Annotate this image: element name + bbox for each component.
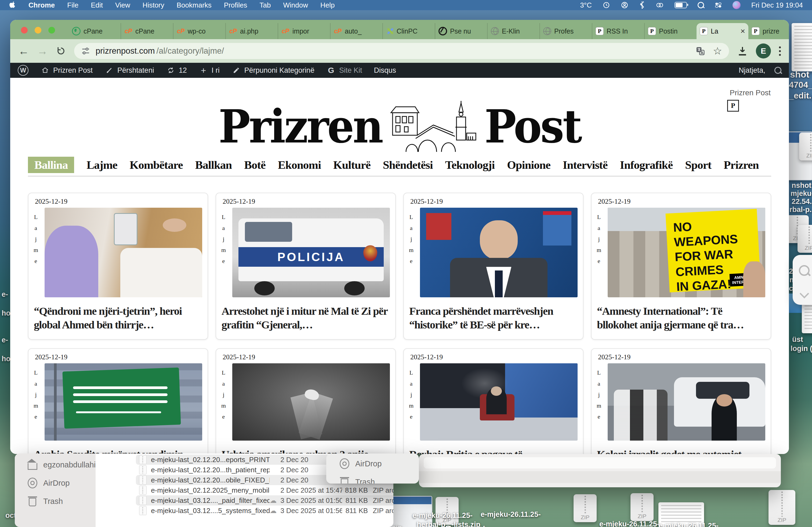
tab-e-klin[interactable]: E-Klin [487, 23, 539, 39]
nav-ballkan[interactable]: Ballkan [195, 158, 232, 171]
nav-bote[interactable]: Botë [244, 158, 265, 171]
battery-icon[interactable] [675, 2, 687, 8]
menu-view[interactable]: View [115, 1, 130, 10]
desktop-file-label[interactable]: nshot [792, 181, 811, 190]
nav-shendetesi[interactable]: Shëndetësi [383, 158, 433, 171]
tab-ai-php[interactable]: cPai.php [225, 23, 278, 39]
article-image-police-van[interactable]: POLICIJA [232, 208, 390, 297]
nav-infografike[interactable]: Infografikë [620, 158, 673, 171]
tab-cpanel[interactable]: cPcPane [120, 23, 173, 39]
close-window-button[interactable] [21, 27, 28, 33]
tab-pse-nu[interactable]: Pse nu [435, 23, 487, 39]
wp-sitekit[interactable]: G Site Kit [326, 65, 362, 75]
article-card[interactable]: 2025-12-19 Lajme Franca përshëndet marrë… [403, 193, 583, 340]
nav-kulture[interactable]: Kulturë [333, 158, 371, 171]
desktop-file-label[interactable]: ho [2, 355, 11, 363]
wordpress-logo-icon[interactable]: W [18, 65, 28, 76]
desktop-zip-file[interactable]: ZIP [574, 494, 597, 522]
article-category[interactable]: Lajme [595, 214, 602, 269]
siri-icon[interactable] [733, 1, 741, 9]
desktop-file-label[interactable]: mjeku-26.1 [791, 190, 812, 198]
spotlight-search-icon[interactable] [698, 2, 704, 8]
desktop-file-label[interactable]: Screenshot [446, 524, 485, 527]
nav-kombetare[interactable]: Kombëtare [130, 158, 183, 171]
wp-customize[interactable]: Përshtateni [104, 65, 154, 75]
sidebar-item-airdrop[interactable]: AirDrop [28, 474, 96, 492]
article-card[interactable]: 2025-12-19 Lajme Rexhaj: Rritja e pagave… [403, 348, 583, 454]
article-title[interactable]: Arabia Saudite mirëpret vendimin [34, 448, 200, 454]
article-category[interactable]: Lajme [32, 369, 39, 424]
reload-button[interactable] [56, 46, 66, 56]
desktop-file-label[interactable]: rbal-p...s (1 [789, 206, 812, 214]
nav-prizren[interactable]: Prizren [724, 158, 759, 171]
article-image-hospital[interactable] [45, 208, 202, 297]
desktop-file-label[interactable]: 4704_re [789, 80, 812, 90]
menu-chrome[interactable]: Chrome [28, 1, 55, 10]
nav-lajme[interactable]: Lajme [86, 158, 117, 171]
file-row[interactable]: e-mjeku-last_02.12.2025_meny_mobile.zip … [136, 485, 393, 495]
link-chain-icon[interactable] [656, 2, 664, 9]
article-title[interactable]: Rexhaj: Rritja e pagave të [409, 448, 576, 454]
wp-edit-category[interactable]: Përpunoni Kategorinë [231, 65, 315, 75]
tab-clinpc[interactable]: ClinPC [382, 23, 435, 39]
translate-icon[interactable] [696, 46, 705, 56]
article-image-amnesty-poster[interactable]: NO WEAPONS FOR WAR CRIMES IN GAZA! AMNES… [608, 208, 765, 297]
desktop-file-label[interactable]: _edit.php [789, 91, 812, 101]
article-category[interactable]: Lajme [32, 214, 39, 269]
downloads-icon[interactable] [737, 46, 748, 56]
nav-ekonomi[interactable]: Ekonomi [278, 158, 321, 171]
article-card[interactable]: 2025-12-19 Lajme “Qëndroni me njëri-tjet… [28, 193, 208, 340]
article-image-street-scene[interactable] [608, 363, 765, 441]
menu-history[interactable]: History [143, 1, 164, 10]
sidebar-item-airdrop[interactable]: AirDrop [340, 454, 419, 473]
article-card[interactable]: 2025-12-19 Lajme NO WEAPONS FOR WAR CRIM… [591, 193, 771, 340]
nav-teknologji[interactable]: Teknologji [445, 158, 495, 171]
article-title[interactable]: Arrestohet një i mitur në Mal të Zi për … [221, 304, 388, 332]
user-account-icon[interactable] [621, 1, 628, 9]
desktop-screenshot-thumbnail[interactable] [792, 23, 812, 71]
desktop-zip-file[interactable]: ZIP [798, 225, 812, 253]
desktop-file-label[interactable]: e- [2, 336, 8, 344]
wp-greeting[interactable]: Njatjeta, [739, 66, 765, 75]
article-category[interactable]: Lajme [408, 369, 415, 424]
menu-tab[interactable]: Tab [260, 1, 271, 10]
tab-cpanel[interactable]: cPane [69, 23, 120, 39]
desktop-file-label[interactable]: 22.54.16 [792, 197, 812, 206]
desktop-file-label[interactable]: e- [2, 290, 8, 299]
article-card[interactable]: 2025-12-19 Lajme Koloni izraelit godet m… [591, 348, 771, 454]
article-category[interactable]: Lajme [220, 214, 227, 269]
article-title[interactable]: “Amnesty International”: Të bllokohet an… [597, 304, 763, 332]
sidebar-item-trash[interactable]: Trash [28, 492, 96, 510]
wp-search-icon[interactable] [774, 67, 781, 74]
tab-posting[interactable]: PPostin [644, 23, 697, 39]
desktop-file-label[interactable]: shot [790, 69, 809, 80]
tab-import[interactable]: cPimpor [278, 23, 330, 39]
menu-file[interactable]: File [67, 1, 78, 10]
control-center-icon[interactable] [715, 2, 722, 9]
desktop-file-label[interactable]: ho [2, 309, 11, 317]
menu-profiles[interactable]: Profiles [224, 1, 247, 10]
browser-menu-icon[interactable] [779, 46, 781, 56]
article-title[interactable]: Koloni izraelit godet me automjet [597, 448, 763, 454]
sidebar-item-trash[interactable]: Trash [340, 473, 419, 483]
desktop-file-label[interactable]: e-mjeku-26.11.25- [481, 510, 541, 519]
tab-auto[interactable]: cPauto_ [330, 23, 382, 39]
search-icon[interactable] [799, 265, 810, 276]
tab-lajme-active[interactable]: PLa [697, 23, 748, 39]
nav-ballina[interactable]: Ballina [28, 157, 74, 173]
article-card[interactable]: 2025-12-19 Lajme Ushtria amerikane sulmo… [216, 348, 396, 454]
article-title[interactable]: “Qëndroni me njëri-tjetrin”, heroi globa… [34, 304, 200, 332]
article-title[interactable]: Ushtria amerikane sulmon 2 anije [221, 448, 388, 454]
site-masthead[interactable]: Prizren [10, 101, 789, 152]
menu-clock[interactable]: Fri Dec 19 19:04 [751, 1, 803, 10]
article-category[interactable]: Lajme [220, 369, 227, 424]
desktop-file-label[interactable]: üst [792, 335, 803, 344]
article-category[interactable]: Lajme [408, 214, 415, 269]
wp-new[interactable]: +I ri [199, 65, 220, 75]
desktop-file-label[interactable]: e-mjeku-26.11.25- [412, 511, 473, 520]
time-machine-icon[interactable] [603, 1, 610, 9]
tab-profes[interactable]: Profes [539, 23, 592, 39]
desktop-file-label[interactable]: e-mjeku-26.11.25- [599, 520, 659, 527]
bookmark-star-icon[interactable] [713, 46, 722, 56]
back-button[interactable] [18, 45, 29, 57]
